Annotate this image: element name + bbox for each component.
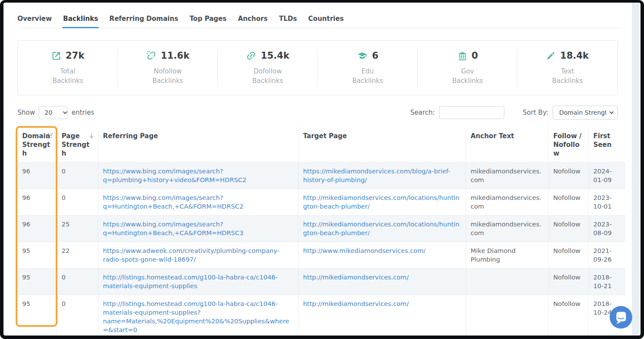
unlink-icon [146, 50, 157, 61]
cell-target-page: http://mikediamondservices.com/ [298, 295, 466, 336]
page-size-select[interactable]: 20 [39, 106, 67, 119]
stat-value: 6 [372, 50, 379, 61]
cell-referring-page: https://www.bing.com/images/search?q=plu… [98, 163, 298, 189]
backlink-stats-card: 27k TotalBacklinks [17, 40, 618, 95]
link-icon [246, 50, 256, 61]
column-header-target-page[interactable]: Target Page [298, 127, 466, 163]
column-header-first-seen[interactable]: First Seen [588, 127, 625, 163]
stat-label: TotalBacklinks [18, 66, 118, 86]
cell-domain-strength: 95 [17, 269, 57, 295]
backlinks-report-page: Overview Backlinks Referring Domains Top… [3, 3, 641, 336]
cell-domain-strength: 96 [17, 163, 57, 189]
backlinks-table: Domain Strength Page Strength [17, 127, 625, 336]
stat-value: 27k [66, 50, 84, 61]
cell-referring-page: https://www.bing.com/images/search?q=Hun… [98, 189, 298, 216]
cell-target-page: http://www.mikediamondservices.com/ [298, 242, 466, 269]
referring-page-link[interactable]: http://listings.homestead.com/g100-la-ha… [103, 300, 289, 333]
referring-page-link[interactable]: https://www.bing.com/images/search?q=Hun… [103, 194, 244, 210]
cell-domain-strength: 96 [17, 216, 57, 242]
cell-first-seen: 2023-10-01 [588, 189, 625, 216]
cell-domain-strength: 95 [17, 295, 57, 336]
tab-top-pages[interactable]: Top Pages [190, 15, 227, 23]
target-page-link[interactable]: http://mikediamondservices.com/ [303, 274, 409, 281]
arrow-down-icon[interactable] [89, 133, 94, 141]
tab-tlds[interactable]: TLDs [279, 15, 297, 23]
cell-anchor-text: Mike Diamond Plumbing [466, 242, 548, 269]
tab-anchors[interactable]: Anchors [238, 15, 268, 23]
table-body: 96 0 https://www.bing.com/images/search?… [17, 163, 625, 336]
column-header-follow-nofollow[interactable]: Follow / Nofollow [548, 127, 588, 163]
sort-by-select[interactable]: Domain Strength [553, 106, 618, 120]
column-header-page-strength[interactable]: Page Strength [57, 127, 98, 163]
table-row: 95 0 http://listings.homestead.com/g100-… [17, 295, 625, 336]
tab-referring-domains[interactable]: Referring Domains [109, 15, 178, 23]
table-controls: Show 20 entries Search: Sort By: Domain … [17, 106, 618, 120]
landmark-icon [457, 51, 467, 61]
cell-page-strength: 0 [57, 163, 98, 189]
cell-follow-nofollow: Nofollow [548, 189, 588, 216]
cell-domain-strength: 95 [17, 242, 57, 269]
column-header-domain-strength[interactable]: Domain Strength [17, 127, 57, 163]
cell-page-strength: 25 [57, 216, 98, 242]
cell-follow-nofollow: Nofollow [548, 242, 588, 269]
sort-by-label: Sort By: [523, 109, 548, 116]
stat-label: GovBacklinks [418, 66, 518, 86]
cell-domain-strength: 96 [17, 189, 57, 216]
cell-anchor-text: mikediamondservices.com [466, 163, 548, 189]
column-header-referring-page[interactable]: Referring Page [98, 127, 298, 163]
vertical-scrollbar[interactable] [632, 3, 640, 336]
report-tab-bar: Overview Backlinks Referring Domains Top… [17, 3, 621, 28]
cell-page-strength: 0 [57, 269, 98, 295]
target-page-link[interactable]: http://www.mikediamondservices.com/ [303, 247, 426, 254]
stat-value: 0 [472, 50, 478, 61]
tab-countries[interactable]: Countries [308, 15, 343, 23]
stat-value: 18.4k [560, 50, 589, 61]
referring-page-link[interactable]: https://www.bing.com/images/search?q=plu… [103, 168, 247, 183]
stat-label: TextBacklinks [517, 66, 617, 86]
target-page-link[interactable]: http://mikediamondservices.com/locations… [303, 221, 460, 236]
cell-page-strength: 0 [57, 295, 98, 336]
table-row: 96 0 https://www.bing.com/images/search?… [17, 163, 625, 189]
stat-dofollow-backlinks: 15.4k DofollowBacklinks [218, 41, 318, 95]
cell-anchor-text: mikediamondservices.com [466, 216, 548, 242]
cell-follow-nofollow: Nofollow [548, 216, 588, 242]
cell-first-seen: 2024-01-09 [588, 163, 625, 189]
cell-page-strength: 22 [57, 242, 98, 269]
target-page-link[interactable]: http://mikediamondservices.com/locations… [303, 194, 460, 210]
cell-target-page: https://mikediamondservices.com/blog/a-b… [298, 163, 466, 189]
cell-referring-page: https://www.bing.com/images/search?q=Hun… [98, 216, 298, 242]
cell-first-seen: 2021-09-26 [588, 242, 625, 269]
cell-follow-nofollow: Nofollow [548, 269, 588, 295]
column-header-anchor-text[interactable]: Anchor Text [466, 127, 548, 163]
cell-anchor-text [466, 269, 548, 295]
stat-text-backlinks: 18.4k TextBacklinks [517, 41, 617, 95]
stat-edu-backlinks: 6 EduBacklinks [318, 41, 418, 95]
search-label: Search: [410, 109, 435, 116]
table-row: 95 0 http://listings.homestead.com/g100-… [17, 269, 625, 295]
sort-amount-desc-icon[interactable] [47, 133, 53, 141]
search-input[interactable] [439, 106, 504, 119]
cell-follow-nofollow: Nofollow [548, 295, 588, 336]
cell-referring-page: http://listings.homestead.com/g100-la-ha… [98, 269, 298, 295]
table-row: 95 22 https://www.adweek.com/creativity/… [17, 242, 625, 269]
cell-target-page: http://mikediamondservices.com/ [298, 269, 466, 295]
entries-label: entries [71, 109, 94, 116]
stat-value: 11.6k [161, 50, 190, 61]
referring-page-link[interactable]: http://listings.homestead.com/g100-la-ha… [103, 274, 278, 289]
chat-launcher-button[interactable] [609, 306, 633, 329]
target-page-link[interactable]: https://mikediamondservices.com/blog/a-b… [303, 168, 450, 183]
stat-nofollow-backlinks: 11.6k NofollowBacklinks [118, 41, 218, 95]
cell-first-seen: 2018-10-21 [588, 269, 625, 295]
referring-page-link[interactable]: https://www.bing.com/images/search?q=Hun… [103, 221, 244, 236]
referring-page-link[interactable]: https://www.adweek.com/creativity/plumbi… [103, 247, 280, 263]
table-header-row: Domain Strength Page Strength [17, 127, 625, 163]
tab-overview[interactable]: Overview [17, 15, 52, 23]
cell-target-page: http://mikediamondservices.com/locations… [298, 216, 466, 242]
target-page-link[interactable]: http://mikediamondservices.com/ [303, 300, 409, 307]
cell-anchor-text: mikediamondservices.com [466, 189, 548, 216]
show-label: Show [17, 109, 35, 116]
graduation-cap-icon [357, 51, 368, 61]
cell-referring-page: http://listings.homestead.com/g100-la-ha… [98, 295, 298, 336]
tab-backlinks[interactable]: Backlinks [63, 15, 98, 23]
stat-label: DofollowBacklinks [218, 66, 318, 86]
